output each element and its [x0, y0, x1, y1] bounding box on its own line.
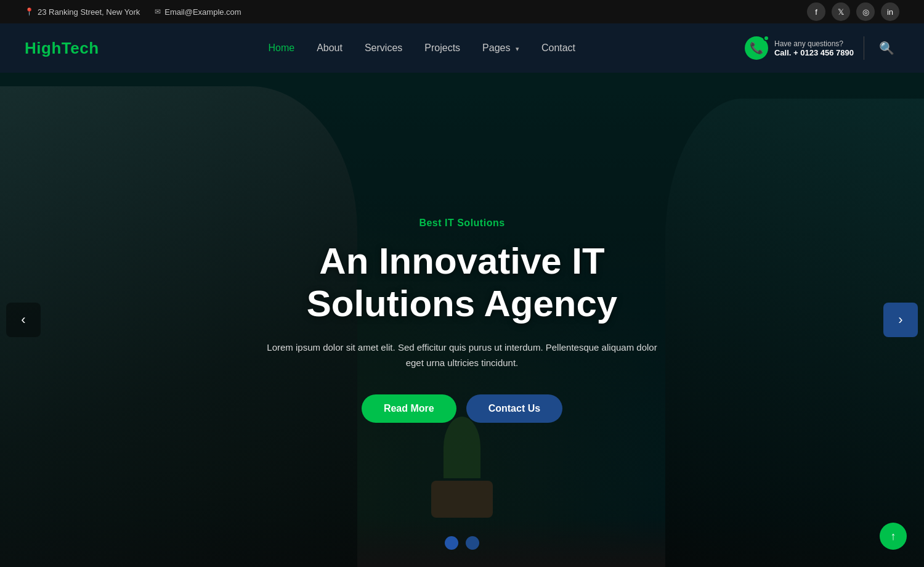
facebook-icon[interactable]: f [807, 2, 825, 21]
hero-buttons: Read More Contact Us [234, 394, 690, 423]
nav-link-projects[interactable]: Projects [424, 43, 460, 53]
logo-part1: High [25, 39, 62, 57]
navbar: HighTech Home About Services Projects Pa… [0, 23, 924, 73]
chevron-down-icon: ▾ [516, 45, 519, 52]
nav-link-pages[interactable]: Pages ▾ [482, 43, 519, 53]
hero-tag: Best IT Solutions [234, 218, 690, 229]
nav-link-home[interactable]: Home [268, 43, 294, 53]
hero-section: Best IT Solutions An Innovative IT Solut… [0, 73, 924, 567]
nav-link-about[interactable]: About [317, 43, 342, 53]
center-plant-area [407, 417, 517, 518]
logo: HighTech [25, 39, 99, 58]
top-bar-left: 📍 23 Ranking Street, New York ✉ Email@Ex… [25, 7, 241, 17]
read-more-button[interactable]: Read More [362, 394, 456, 423]
nav-links: Home About Services Projects Pages ▾ Con… [268, 43, 575, 54]
nav-item-contact[interactable]: Contact [541, 43, 575, 54]
chat-indicator [763, 35, 769, 41]
scroll-to-top-button[interactable]: ↑ [880, 523, 907, 550]
social-icons: f 𝕏 ◎ in [807, 2, 899, 21]
slider-prev-button[interactable]: ‹ [6, 303, 41, 337]
phone-block: 📞 Have any questions? Call. + 0123 456 7… [745, 36, 864, 60]
nav-item-pages[interactable]: Pages ▾ [482, 43, 519, 54]
address-item: 📍 23 Ranking Street, New York [25, 7, 140, 17]
nav-item-about[interactable]: About [317, 43, 342, 54]
hero-description: Lorem ipsum dolor sit amet elit. Sed eff… [265, 340, 659, 371]
linkedin-icon[interactable]: in [881, 2, 899, 21]
search-button[interactable]: 🔍 [874, 38, 899, 58]
hero-title: An Innovative IT Solutions Agency [234, 240, 690, 325]
phone-number: Call. + 0123 456 7890 [774, 48, 854, 57]
phone-text: Have any questions? Call. + 0123 456 789… [774, 39, 854, 57]
slider-next-button[interactable]: › [883, 303, 918, 337]
instagram-icon[interactable]: ◎ [856, 2, 875, 21]
slider-dot-2[interactable] [466, 536, 479, 550]
address-text: 23 Ranking Street, New York [38, 7, 140, 17]
top-bar: 📍 23 Ranking Street, New York ✉ Email@Ex… [0, 0, 924, 23]
slider-dots [445, 536, 479, 550]
email-item: ✉ Email@Example.com [155, 7, 241, 17]
phone-icon: 📞 [745, 36, 768, 60]
slider-dot-1[interactable] [445, 536, 458, 550]
logo-part2: Tech [62, 39, 99, 57]
hero-content: Best IT Solutions An Innovative IT Solut… [222, 218, 702, 423]
nav-item-services[interactable]: Services [365, 43, 402, 54]
contact-us-button[interactable]: Contact Us [466, 394, 562, 423]
nav-link-services[interactable]: Services [365, 43, 402, 53]
twitter-icon[interactable]: 𝕏 [832, 2, 850, 21]
nav-right: 📞 Have any questions? Call. + 0123 456 7… [745, 36, 899, 60]
email-text: Email@Example.com [164, 7, 241, 17]
location-icon: 📍 [25, 7, 34, 16]
nav-link-contact[interactable]: Contact [541, 43, 575, 53]
nav-item-home[interactable]: Home [268, 43, 294, 54]
nav-item-projects[interactable]: Projects [424, 43, 460, 54]
email-icon: ✉ [155, 7, 161, 16]
